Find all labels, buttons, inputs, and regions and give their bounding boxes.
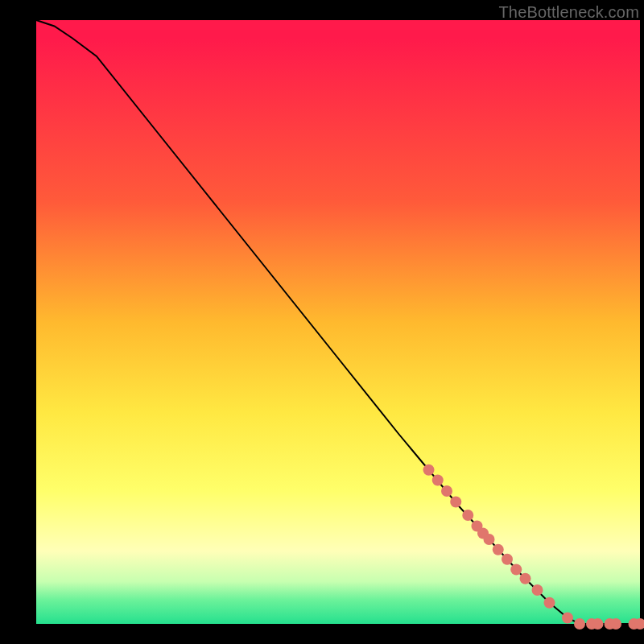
marker-point — [510, 564, 522, 576]
bottleneck-curve — [36, 20, 640, 624]
marker-point — [493, 544, 504, 555]
marker-point — [574, 618, 585, 630]
marker-point — [544, 597, 555, 609]
marker-point — [592, 618, 604, 630]
curve-svg — [36, 20, 640, 624]
marker-point — [562, 613, 573, 624]
marker-point — [610, 618, 621, 630]
markers-group — [423, 464, 645, 630]
marker-point — [432, 475, 444, 486]
marker-point — [520, 573, 531, 584]
marker-point — [532, 584, 543, 596]
marker-point — [484, 534, 495, 545]
chart-stage: TheBottleneck.com — [0, 0, 644, 644]
watermark-text: TheBottleneck.com — [498, 3, 639, 22]
marker-point — [441, 485, 452, 497]
marker-point — [462, 510, 473, 521]
marker-point — [450, 497, 461, 508]
plot-area — [36, 20, 640, 624]
marker-point — [423, 464, 435, 476]
marker-point — [502, 554, 513, 565]
